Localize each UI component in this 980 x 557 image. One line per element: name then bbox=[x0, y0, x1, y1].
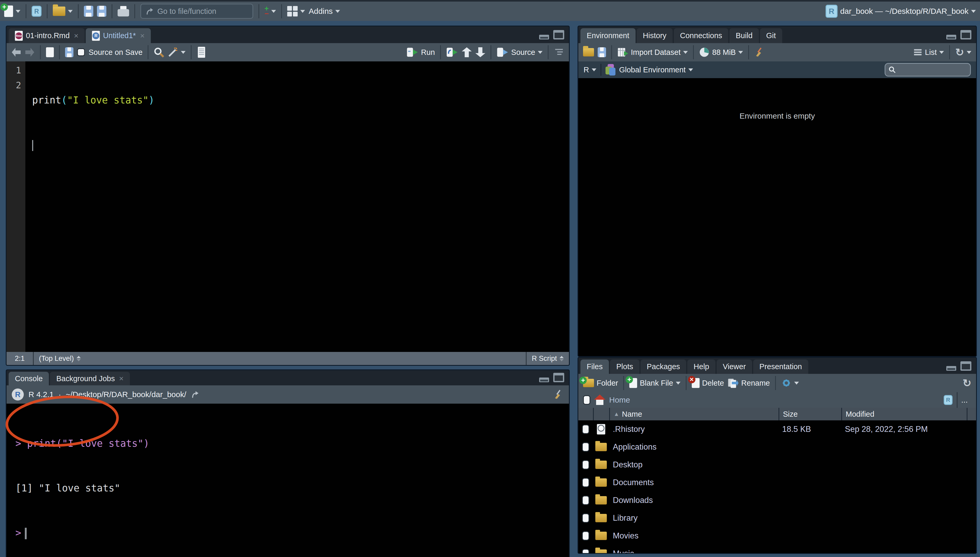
scope-selector[interactable]: (Top Level) bbox=[34, 352, 86, 365]
code-tools-button[interactable] bbox=[168, 47, 186, 57]
refresh-environment-button[interactable]: ↻ bbox=[955, 47, 971, 57]
goto-file-function-input[interactable]: Go to file/function bbox=[140, 4, 253, 19]
delete-file-button[interactable]: × Delete bbox=[692, 378, 724, 388]
row-checkbox[interactable] bbox=[582, 531, 589, 541]
clear-console-icon[interactable] bbox=[554, 389, 564, 399]
tab-viewer[interactable]: Viewer bbox=[717, 360, 752, 374]
tab-environment[interactable]: Environment bbox=[580, 28, 636, 43]
file-name[interactable]: Movies bbox=[609, 531, 778, 541]
more-directories-button[interactable]: ... bbox=[957, 392, 971, 408]
environment-selector[interactable]: Global Environment bbox=[605, 64, 693, 75]
row-checkbox[interactable] bbox=[582, 513, 589, 523]
back-icon[interactable] bbox=[11, 48, 21, 57]
file-row-desktop[interactable]: Desktop bbox=[578, 456, 976, 474]
file-name[interactable]: Music bbox=[609, 549, 778, 553]
tab-help[interactable]: Help bbox=[687, 360, 716, 374]
close-tab-icon[interactable]: × bbox=[74, 31, 79, 40]
file-row-library[interactable]: Library bbox=[578, 509, 976, 527]
version-control-button[interactable]: + − bbox=[264, 6, 276, 16]
project-root-icon[interactable]: R bbox=[944, 395, 952, 405]
maximize-pane-icon[interactable] bbox=[960, 361, 971, 371]
file-name[interactable]: Desktop bbox=[609, 460, 778, 469]
breadcrumb[interactable]: Home bbox=[609, 396, 630, 404]
go-down-icon[interactable] bbox=[475, 47, 485, 57]
compile-report-icon[interactable] bbox=[197, 47, 206, 58]
minimize-pane-icon[interactable] bbox=[539, 378, 549, 382]
save-all-button[interactable] bbox=[97, 6, 106, 17]
file-row-music[interactable]: Music bbox=[578, 545, 976, 553]
header-modified[interactable]: Modified bbox=[841, 408, 967, 420]
row-checkbox[interactable] bbox=[582, 478, 589, 487]
file-row-movies[interactable]: Movies bbox=[578, 527, 976, 545]
print-button[interactable] bbox=[117, 6, 129, 16]
row-checkbox[interactable] bbox=[582, 425, 589, 434]
find-replace-icon[interactable] bbox=[154, 47, 164, 57]
file-name[interactable]: Downloads bbox=[609, 496, 778, 505]
more-file-commands-button[interactable] bbox=[781, 378, 799, 388]
new-project-button[interactable]: R bbox=[32, 6, 42, 17]
close-tab-icon[interactable]: × bbox=[119, 374, 124, 383]
file-row-rhistory[interactable]: .Rhistory 18.5 KB Sep 28, 2022, 2:56 PM bbox=[578, 420, 976, 438]
clear-objects-icon[interactable] bbox=[754, 47, 764, 57]
save-source-icon[interactable] bbox=[65, 47, 73, 57]
save-button[interactable] bbox=[84, 6, 93, 17]
source-button[interactable]: Source bbox=[497, 47, 543, 57]
maximize-pane-icon[interactable] bbox=[553, 373, 564, 382]
working-directory[interactable]: ~/Desktop/R/DAR_book/dar_book/ bbox=[66, 390, 186, 399]
file-row-documents[interactable]: Documents bbox=[578, 474, 976, 492]
file-row-downloads[interactable]: Downloads bbox=[578, 492, 976, 509]
environment-search[interactable] bbox=[885, 63, 971, 77]
tab-connections[interactable]: Connections bbox=[674, 28, 728, 43]
code-editor[interactable]: 1 2 print("I love stats") bbox=[7, 61, 569, 352]
rerun-icon[interactable] bbox=[446, 47, 458, 57]
import-dataset-button[interactable]: Import Dataset bbox=[617, 47, 688, 57]
forward-icon[interactable] bbox=[25, 48, 35, 57]
row-checkbox[interactable] bbox=[582, 460, 589, 469]
new-file-button[interactable]: + bbox=[4, 5, 20, 17]
file-name[interactable]: Applications bbox=[609, 442, 778, 452]
tab-background-jobs[interactable]: Background Jobs × bbox=[50, 372, 130, 385]
file-name[interactable]: Documents bbox=[609, 478, 778, 487]
tab-presentation[interactable]: Presentation bbox=[753, 360, 808, 374]
select-all-checkbox[interactable] bbox=[583, 395, 590, 405]
new-folder-button[interactable]: + Folder bbox=[583, 379, 618, 388]
refresh-files-icon[interactable]: ↻ bbox=[962, 378, 971, 388]
tab-01-intro[interactable]: Rmd 01-intro.Rmd × bbox=[9, 28, 85, 43]
language-selector[interactable]: R bbox=[584, 65, 596, 74]
addins-button[interactable]: Addins bbox=[309, 7, 340, 16]
file-name[interactable]: .Rhistory bbox=[609, 425, 778, 434]
rename-file-button[interactable]: Rename bbox=[727, 378, 770, 388]
show-in-new-window-icon[interactable] bbox=[46, 47, 54, 57]
tab-plots[interactable]: Plots bbox=[610, 360, 639, 374]
tab-files[interactable]: Files bbox=[580, 360, 609, 374]
source-on-save-checkbox[interactable] bbox=[77, 48, 85, 56]
row-checkbox[interactable] bbox=[582, 549, 589, 553]
environment-search-input[interactable] bbox=[898, 66, 961, 74]
go-up-icon[interactable] bbox=[462, 47, 472, 57]
row-checkbox[interactable] bbox=[582, 442, 589, 452]
tab-git[interactable]: Git bbox=[760, 28, 782, 43]
tab-packages[interactable]: Packages bbox=[641, 360, 686, 374]
tab-untitled1[interactable]: R Untitled1* × bbox=[86, 28, 151, 43]
open-file-button[interactable] bbox=[53, 7, 73, 16]
file-name[interactable]: Library bbox=[609, 513, 778, 523]
minimize-pane-icon[interactable] bbox=[946, 366, 956, 371]
save-workspace-icon[interactable] bbox=[598, 47, 606, 57]
open-directory-icon[interactable] bbox=[191, 391, 199, 398]
tab-build[interactable]: Build bbox=[729, 28, 759, 43]
file-row-applications[interactable]: Applications bbox=[578, 438, 976, 456]
minimize-pane-icon[interactable] bbox=[539, 35, 549, 39]
list-view-button[interactable]: List bbox=[913, 48, 944, 57]
tab-console[interactable]: Console bbox=[9, 372, 49, 385]
header-name[interactable]: ▲ Name bbox=[609, 408, 778, 420]
maximize-pane-icon[interactable] bbox=[960, 30, 971, 39]
tab-history[interactable]: History bbox=[637, 28, 673, 43]
workspace-panes-button[interactable] bbox=[287, 6, 305, 16]
minimize-pane-icon[interactable] bbox=[946, 35, 956, 39]
run-button[interactable]: Run bbox=[406, 47, 435, 57]
header-size[interactable]: Size bbox=[778, 408, 841, 420]
document-outline-icon[interactable] bbox=[554, 48, 564, 57]
row-checkbox[interactable] bbox=[582, 496, 589, 505]
project-menu-button[interactable]: R dar_book — ~/Desktop/R/DAR_book bbox=[825, 5, 976, 18]
close-tab-icon[interactable]: × bbox=[140, 31, 145, 40]
